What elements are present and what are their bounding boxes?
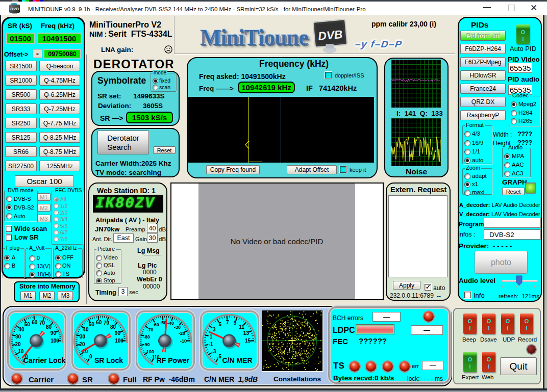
svg-text:-1: -1 <box>209 342 213 347</box>
svg-text:60: 60 <box>96 320 102 325</box>
svg-text:7: 7 <box>226 320 229 325</box>
svg-text:-70: -70 <box>146 327 153 332</box>
svg-text:70: 70 <box>104 320 110 326</box>
svg-text:40: 40 <box>83 327 89 332</box>
svg-text:3: 3 <box>213 327 216 332</box>
svg-text:-10: -10 <box>180 338 187 344</box>
svg-text:50: 50 <box>89 322 95 327</box>
svg-text:-60: -60 <box>153 322 159 327</box>
svg-text:10: 10 <box>18 349 24 354</box>
svg-text:20: 20 <box>80 342 86 347</box>
svg-text:Carrier Lock: Carrier Lock <box>23 356 66 364</box>
svg-text:SR Lock: SR Lock <box>94 356 123 364</box>
svg-text:1: 1 <box>210 334 213 339</box>
svg-text:5: 5 <box>219 322 222 327</box>
svg-text:30: 30 <box>15 334 21 339</box>
svg-text:-3: -3 <box>211 349 216 354</box>
svg-text:-40: -40 <box>167 321 174 326</box>
svg-text:-80: -80 <box>143 334 150 339</box>
svg-text:15: 15 <box>245 338 251 344</box>
svg-text:80: 80 <box>110 324 116 330</box>
svg-text:80: 80 <box>46 324 52 330</box>
svg-text:100: 100 <box>115 338 123 344</box>
svg-text:9: 9 <box>234 320 237 326</box>
svg-text:90: 90 <box>115 330 121 336</box>
svg-text:30: 30 <box>80 334 86 339</box>
svg-text:0: 0 <box>89 354 92 359</box>
svg-text:11: 11 <box>239 324 244 330</box>
svg-text:60: 60 <box>32 320 38 325</box>
svg-text:C/N MER: C/N MER <box>222 356 252 364</box>
svg-text:90: 90 <box>51 330 57 336</box>
svg-text:50: 50 <box>24 322 31 327</box>
svg-text:100: 100 <box>51 338 59 344</box>
svg-text:13: 13 <box>243 330 250 336</box>
svg-text:-100: -100 <box>145 349 154 354</box>
svg-text:40: 40 <box>18 327 24 332</box>
svg-text:70: 70 <box>39 320 45 326</box>
svg-text:RF Power: RF Power <box>157 356 190 364</box>
svg-text:-20: -20 <box>179 331 185 336</box>
svg-text:20: 20 <box>15 342 21 347</box>
svg-text:-5: -5 <box>217 354 221 359</box>
svg-text:DVB: DVB <box>317 28 343 43</box>
svg-text:-90: -90 <box>143 342 150 347</box>
svg-text:-30: -30 <box>174 325 181 330</box>
